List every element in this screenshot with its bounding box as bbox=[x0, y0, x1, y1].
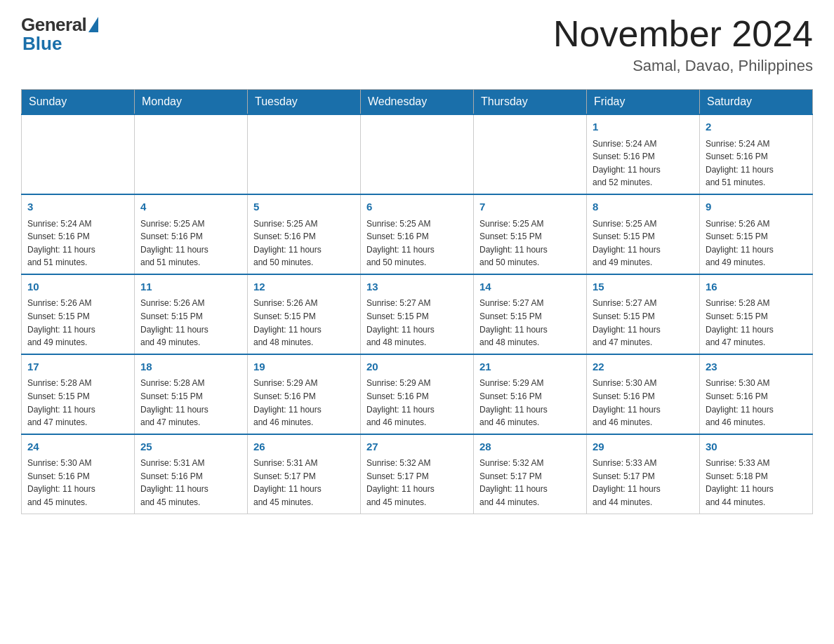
calendar-cell: 11Sunrise: 5:26 AMSunset: 5:15 PMDayligh… bbox=[135, 274, 248, 354]
day-number: 7 bbox=[479, 199, 581, 215]
calendar-cell: 26Sunrise: 5:31 AMSunset: 5:17 PMDayligh… bbox=[248, 434, 361, 514]
logo-triangle-icon bbox=[88, 17, 98, 32]
month-year-title: November 2024 bbox=[553, 14, 813, 54]
logo: General Blue bbox=[21, 14, 98, 55]
day-sun-info: Sunrise: 5:25 AMSunset: 5:15 PMDaylight:… bbox=[479, 217, 581, 269]
calendar-weekday-thursday: Thursday bbox=[474, 90, 587, 115]
day-sun-info: Sunrise: 5:30 AMSunset: 5:16 PMDaylight:… bbox=[27, 457, 128, 509]
calendar-cell: 20Sunrise: 5:29 AMSunset: 5:16 PMDayligh… bbox=[361, 354, 474, 434]
calendar-cell: 29Sunrise: 5:33 AMSunset: 5:17 PMDayligh… bbox=[587, 434, 700, 514]
day-number: 25 bbox=[140, 439, 241, 455]
calendar-cell: 27Sunrise: 5:32 AMSunset: 5:17 PMDayligh… bbox=[361, 434, 474, 514]
calendar-week-4: 17Sunrise: 5:28 AMSunset: 5:15 PMDayligh… bbox=[22, 354, 813, 434]
day-number: 24 bbox=[27, 439, 128, 455]
day-number: 27 bbox=[366, 439, 468, 455]
calendar-cell: 7Sunrise: 5:25 AMSunset: 5:15 PMDaylight… bbox=[474, 194, 587, 274]
calendar-cell: 13Sunrise: 5:27 AMSunset: 5:15 PMDayligh… bbox=[361, 274, 474, 354]
calendar-week-3: 10Sunrise: 5:26 AMSunset: 5:15 PMDayligh… bbox=[22, 274, 813, 354]
day-sun-info: Sunrise: 5:28 AMSunset: 5:15 PMDaylight:… bbox=[140, 377, 241, 429]
location-label: Samal, Davao, Philippines bbox=[553, 57, 813, 75]
calendar-weekday-monday: Monday bbox=[135, 90, 248, 115]
day-sun-info: Sunrise: 5:27 AMSunset: 5:15 PMDaylight:… bbox=[479, 297, 581, 349]
day-sun-info: Sunrise: 5:31 AMSunset: 5:17 PMDaylight:… bbox=[253, 457, 355, 509]
day-number: 17 bbox=[27, 359, 128, 375]
calendar-weekday-sunday: Sunday bbox=[22, 90, 135, 115]
day-number: 30 bbox=[706, 439, 807, 455]
calendar-cell: 10Sunrise: 5:26 AMSunset: 5:15 PMDayligh… bbox=[22, 274, 135, 354]
day-number: 11 bbox=[140, 279, 241, 295]
calendar-cell bbox=[474, 114, 587, 194]
day-number: 22 bbox=[593, 359, 694, 375]
calendar-cell: 16Sunrise: 5:28 AMSunset: 5:15 PMDayligh… bbox=[700, 274, 813, 354]
day-sun-info: Sunrise: 5:33 AMSunset: 5:18 PMDaylight:… bbox=[706, 457, 807, 509]
day-sun-info: Sunrise: 5:29 AMSunset: 5:16 PMDaylight:… bbox=[366, 377, 468, 429]
calendar-cell: 17Sunrise: 5:28 AMSunset: 5:15 PMDayligh… bbox=[22, 354, 135, 434]
calendar-weekday-wednesday: Wednesday bbox=[361, 90, 474, 115]
calendar-cell: 5Sunrise: 5:25 AMSunset: 5:16 PMDaylight… bbox=[248, 194, 361, 274]
day-number: 26 bbox=[253, 439, 355, 455]
day-number: 29 bbox=[593, 439, 694, 455]
day-number: 13 bbox=[366, 279, 468, 295]
day-sun-info: Sunrise: 5:25 AMSunset: 5:16 PMDaylight:… bbox=[366, 217, 468, 269]
calendar-cell: 24Sunrise: 5:30 AMSunset: 5:16 PMDayligh… bbox=[22, 434, 135, 514]
calendar-cell: 18Sunrise: 5:28 AMSunset: 5:15 PMDayligh… bbox=[135, 354, 248, 434]
calendar-cell bbox=[22, 114, 135, 194]
day-sun-info: Sunrise: 5:25 AMSunset: 5:16 PMDaylight:… bbox=[140, 217, 241, 269]
calendar-cell: 9Sunrise: 5:26 AMSunset: 5:15 PMDaylight… bbox=[700, 194, 813, 274]
day-sun-info: Sunrise: 5:26 AMSunset: 5:15 PMDaylight:… bbox=[27, 297, 128, 349]
day-sun-info: Sunrise: 5:33 AMSunset: 5:17 PMDaylight:… bbox=[593, 457, 694, 509]
day-sun-info: Sunrise: 5:31 AMSunset: 5:16 PMDaylight:… bbox=[140, 457, 241, 509]
day-sun-info: Sunrise: 5:24 AMSunset: 5:16 PMDaylight:… bbox=[27, 217, 128, 269]
day-sun-info: Sunrise: 5:24 AMSunset: 5:16 PMDaylight:… bbox=[706, 137, 807, 189]
calendar-cell: 1Sunrise: 5:24 AMSunset: 5:16 PMDaylight… bbox=[587, 114, 700, 194]
day-number: 8 bbox=[593, 199, 694, 215]
calendar-weekday-saturday: Saturday bbox=[700, 90, 813, 115]
logo-blue-text: Blue bbox=[22, 33, 62, 55]
day-number: 12 bbox=[253, 279, 355, 295]
day-number: 23 bbox=[706, 359, 807, 375]
day-sun-info: Sunrise: 5:26 AMSunset: 5:15 PMDaylight:… bbox=[140, 297, 241, 349]
day-sun-info: Sunrise: 5:28 AMSunset: 5:15 PMDaylight:… bbox=[706, 297, 807, 349]
calendar-cell: 25Sunrise: 5:31 AMSunset: 5:16 PMDayligh… bbox=[135, 434, 248, 514]
day-sun-info: Sunrise: 5:24 AMSunset: 5:16 PMDaylight:… bbox=[593, 137, 694, 189]
day-number: 10 bbox=[27, 279, 128, 295]
day-sun-info: Sunrise: 5:30 AMSunset: 5:16 PMDaylight:… bbox=[706, 377, 807, 429]
day-number: 4 bbox=[140, 199, 241, 215]
day-sun-info: Sunrise: 5:32 AMSunset: 5:17 PMDaylight:… bbox=[479, 457, 581, 509]
day-number: 18 bbox=[140, 359, 241, 375]
calendar-cell: 8Sunrise: 5:25 AMSunset: 5:15 PMDaylight… bbox=[587, 194, 700, 274]
calendar-cell: 22Sunrise: 5:30 AMSunset: 5:16 PMDayligh… bbox=[587, 354, 700, 434]
calendar-cell: 23Sunrise: 5:30 AMSunset: 5:16 PMDayligh… bbox=[700, 354, 813, 434]
day-sun-info: Sunrise: 5:26 AMSunset: 5:15 PMDaylight:… bbox=[706, 217, 807, 269]
day-sun-info: Sunrise: 5:27 AMSunset: 5:15 PMDaylight:… bbox=[593, 297, 694, 349]
page-header: General Blue November 2024 Samal, Davao,… bbox=[21, 14, 813, 75]
day-number: 28 bbox=[479, 439, 581, 455]
calendar-week-5: 24Sunrise: 5:30 AMSunset: 5:16 PMDayligh… bbox=[22, 434, 813, 514]
day-sun-info: Sunrise: 5:32 AMSunset: 5:17 PMDaylight:… bbox=[366, 457, 468, 509]
calendar-table: SundayMondayTuesdayWednesdayThursdayFrid… bbox=[21, 89, 813, 514]
day-number: 14 bbox=[479, 279, 581, 295]
day-sun-info: Sunrise: 5:26 AMSunset: 5:15 PMDaylight:… bbox=[253, 297, 355, 349]
calendar-weekday-friday: Friday bbox=[587, 90, 700, 115]
calendar-cell bbox=[248, 114, 361, 194]
calendar-cell bbox=[135, 114, 248, 194]
day-sun-info: Sunrise: 5:28 AMSunset: 5:15 PMDaylight:… bbox=[27, 377, 128, 429]
calendar-cell: 30Sunrise: 5:33 AMSunset: 5:18 PMDayligh… bbox=[700, 434, 813, 514]
day-sun-info: Sunrise: 5:25 AMSunset: 5:16 PMDaylight:… bbox=[253, 217, 355, 269]
day-sun-info: Sunrise: 5:27 AMSunset: 5:15 PMDaylight:… bbox=[366, 297, 468, 349]
day-sun-info: Sunrise: 5:30 AMSunset: 5:16 PMDaylight:… bbox=[593, 377, 694, 429]
calendar-cell: 21Sunrise: 5:29 AMSunset: 5:16 PMDayligh… bbox=[474, 354, 587, 434]
calendar-cell: 28Sunrise: 5:32 AMSunset: 5:17 PMDayligh… bbox=[474, 434, 587, 514]
day-number: 20 bbox=[366, 359, 468, 375]
day-number: 6 bbox=[366, 199, 468, 215]
day-sun-info: Sunrise: 5:29 AMSunset: 5:16 PMDaylight:… bbox=[253, 377, 355, 429]
day-sun-info: Sunrise: 5:25 AMSunset: 5:15 PMDaylight:… bbox=[593, 217, 694, 269]
calendar-cell: 14Sunrise: 5:27 AMSunset: 5:15 PMDayligh… bbox=[474, 274, 587, 354]
calendar-cell: 2Sunrise: 5:24 AMSunset: 5:16 PMDaylight… bbox=[700, 114, 813, 194]
calendar-cell: 3Sunrise: 5:24 AMSunset: 5:16 PMDaylight… bbox=[22, 194, 135, 274]
calendar-cell bbox=[361, 114, 474, 194]
day-number: 3 bbox=[27, 199, 128, 215]
calendar-cell: 4Sunrise: 5:25 AMSunset: 5:16 PMDaylight… bbox=[135, 194, 248, 274]
day-number: 2 bbox=[706, 119, 807, 135]
day-number: 21 bbox=[479, 359, 581, 375]
